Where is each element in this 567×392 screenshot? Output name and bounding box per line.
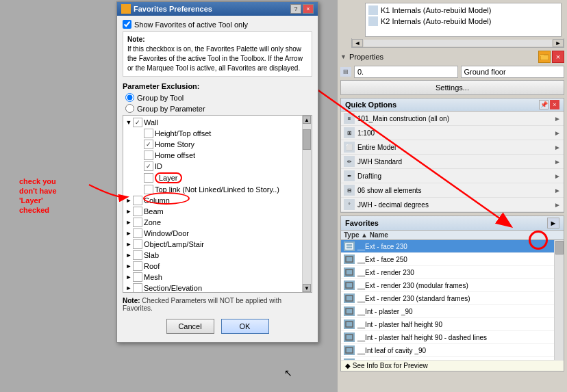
qo-item-model[interactable]: ⬜ Entire Model ► xyxy=(341,140,564,155)
radio-group-by-tool[interactable] xyxy=(125,93,134,102)
favorites-header: Favorites ► xyxy=(341,216,564,231)
scroll-right-btn[interactable]: ► xyxy=(553,39,564,47)
annotation-text: check you don't have 'Layer' checked xyxy=(19,177,57,215)
prop-story-row: ▤ xyxy=(340,66,564,78)
qo-item-scale[interactable]: ⊞ 1:100 ► xyxy=(341,126,564,140)
tree-expand-icon[interactable]: ▼ xyxy=(125,118,133,127)
tree-checkbox-sectionelevation[interactable] xyxy=(133,283,142,292)
tree-checkbox-homestory[interactable] xyxy=(144,140,153,149)
dialog-app-icon xyxy=(121,4,131,14)
tree-item-layer[interactable]: Layer xyxy=(134,172,312,184)
prop-folder-btn[interactable] xyxy=(538,51,551,63)
tree-expand-icon[interactable]: ► xyxy=(125,284,133,292)
internals-item[interactable]: K1 Internals (Auto-rebuild Model) xyxy=(367,5,559,16)
tree-item-id[interactable]: ID xyxy=(134,161,312,172)
tree-item-homeoffset[interactable]: Home offset xyxy=(134,150,312,161)
tree-item-wall[interactable]: ▼ Wall xyxy=(123,117,312,128)
fav-scrollbar[interactable] xyxy=(554,240,564,360)
tree-item-windowdoor[interactable]: ► Window/Door xyxy=(123,228,312,239)
tree-checkbox-wall[interactable] xyxy=(133,118,142,127)
tree-item-mesh[interactable]: ► Mesh xyxy=(123,272,312,283)
tree-item-beam[interactable]: ► Beam xyxy=(123,206,312,217)
fav-item[interactable]: __Int - plaster half height 90 - dashed … xyxy=(341,331,564,344)
scroll-down-btn[interactable]: ▼ xyxy=(303,284,311,292)
qo-item-layers[interactable]: ≡ 101_Main construction (all on) ► xyxy=(341,112,564,126)
tree-checkbox-zone[interactable] xyxy=(133,218,142,227)
qo-item-degrees[interactable]: ° JWH - decimal degrees ► xyxy=(341,198,564,212)
tree-item-objectlamp[interactable]: ► Object/Lamp/Stair xyxy=(123,239,312,250)
radio-group-by-param[interactable] xyxy=(125,104,134,113)
tree-label-objectlamp: Object/Lamp/Stair xyxy=(144,240,204,248)
tree-expand-icon[interactable]: ► xyxy=(125,207,133,215)
settings-button[interactable]: Settings... xyxy=(340,80,564,95)
right-panel: K1 Internals (Auto-rebuild Model) K2 Int… xyxy=(338,0,567,392)
svg-rect-9 xyxy=(346,322,353,327)
tree-expand-icon[interactable]: ► xyxy=(125,218,133,226)
tree-expand-icon[interactable]: ► xyxy=(125,196,133,205)
qo-close-btn[interactable]: × xyxy=(550,100,559,109)
dialog-help-btn[interactable]: ? xyxy=(290,4,301,14)
tree-checkbox-beam[interactable] xyxy=(133,207,142,216)
qo-pin-btn[interactable]: 📌 xyxy=(539,100,549,109)
scroll-left-btn[interactable]: ◄ xyxy=(352,39,363,47)
tree-expand-icon[interactable]: ► xyxy=(125,273,133,281)
qo-item-drafting[interactable]: ✒ Drafting ► xyxy=(341,169,564,183)
cancel-button[interactable]: Cancel xyxy=(166,319,214,334)
fav-item[interactable]: __Ext - face 250 xyxy=(341,253,564,266)
tree-expand-icon[interactable]: ► xyxy=(125,251,133,259)
tree-checkbox-id[interactable] xyxy=(144,161,153,171)
tree-checkbox-column[interactable] xyxy=(133,196,142,205)
fav-type-icon xyxy=(344,306,355,316)
qo-item-elements[interactable]: ⊟ 06 show all elements ► xyxy=(341,183,564,198)
fav-item[interactable]: __Ext - render 230 (modular frames) xyxy=(341,279,564,292)
svg-rect-6 xyxy=(346,283,353,288)
fav-item-label: __Ext - render 230 (modular frames) xyxy=(357,282,468,289)
scroll-up-btn[interactable]: ▲ xyxy=(303,116,311,124)
tree-item-toplink[interactable]: Top link (Not Linked/Linked to Story..) xyxy=(134,184,312,195)
qo-item-pen[interactable]: ✏ JWH Standard ► xyxy=(341,155,564,169)
tree-checkbox-objectlamp[interactable] xyxy=(133,239,142,249)
tree-item-height[interactable]: Height/Top offset xyxy=(134,128,312,139)
tree-checkbox-slab[interactable] xyxy=(133,250,142,260)
prop-close-btn[interactable]: × xyxy=(552,51,564,63)
scroll-thumb xyxy=(555,241,564,254)
tree-checkbox-roof[interactable] xyxy=(133,261,142,271)
cursor: ↖ xyxy=(284,367,292,378)
tree-item-homestory[interactable]: Home Story xyxy=(134,139,312,150)
tree-checkbox-mesh[interactable] xyxy=(133,272,142,282)
degrees-icon: ° xyxy=(344,199,355,210)
tree-expand-icon[interactable]: ► xyxy=(125,229,133,237)
dialog-close-btn[interactable]: × xyxy=(303,4,314,14)
show-favorites-checkbox[interactable] xyxy=(123,20,131,29)
fav-item[interactable]: __Int - plaster _90 xyxy=(341,305,564,318)
favorites-nav-btn[interactable]: ► xyxy=(547,218,559,228)
tree-scrollbar[interactable]: ▲ ▼ xyxy=(302,116,312,292)
fav-item[interactable]: __Int - plaster half height 90 xyxy=(341,318,564,331)
tree-item-slab[interactable]: ► Slab xyxy=(123,250,312,261)
internals-item[interactable]: K2 Internals (Auto-rebuild Model) xyxy=(367,16,559,27)
tree-checkbox-height[interactable] xyxy=(144,129,153,138)
prop-story-name[interactable] xyxy=(461,66,565,78)
tree-checkbox-layer[interactable] xyxy=(144,173,153,183)
fav-item[interactable]: __Ext - render 230 (standard frames) xyxy=(341,292,564,305)
tree-expand-icon[interactable]: ► xyxy=(125,240,133,248)
prop-story-num[interactable] xyxy=(354,66,458,78)
fav-item[interactable]: __Slab edge - face _90 xyxy=(341,357,564,360)
fav-type-icon xyxy=(344,280,355,290)
tree-item-roof[interactable]: ► Roof xyxy=(123,261,312,272)
tree-item-zone[interactable]: ► Zone xyxy=(123,217,312,228)
tree-checkbox-toplink[interactable] xyxy=(144,185,153,194)
internals-label: K1 Internals (Auto-rebuild Model) xyxy=(381,6,491,14)
tree-checkbox-windowdoor[interactable] xyxy=(133,228,142,238)
fav-item[interactable]: __Ext - render 230 xyxy=(341,266,564,279)
tree-item-sectionelevation[interactable]: ► Section/Elevation xyxy=(123,283,312,292)
tree-item-column[interactable]: ► Column xyxy=(123,195,312,206)
tree-checkbox-homeoffset[interactable] xyxy=(144,151,153,160)
fav-type-icon xyxy=(344,332,355,342)
properties-label: Properties xyxy=(349,53,383,61)
tree-expand-icon[interactable]: ► xyxy=(125,262,133,270)
ok-button[interactable]: OK xyxy=(221,319,269,334)
qo-arrow-icon: ► xyxy=(554,201,561,209)
fav-item[interactable]: __Int leaf of cavity _90 xyxy=(341,344,564,357)
fav-item[interactable]: __Ext - face 230 xyxy=(341,240,564,253)
